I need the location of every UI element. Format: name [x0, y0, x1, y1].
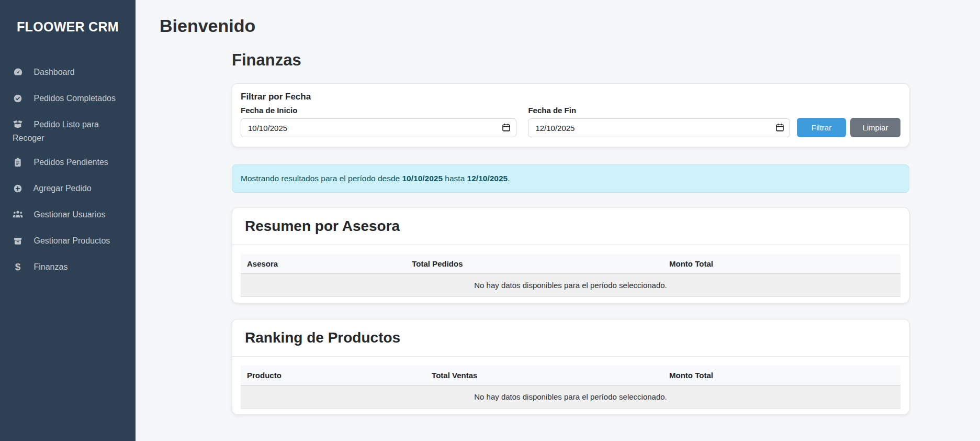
ranking-empty-message: No hay datos disponibles para el período…: [241, 385, 900, 409]
end-date-input[interactable]: [528, 118, 790, 137]
filter-button[interactable]: Filtrar: [797, 118, 846, 137]
summary-table: Asesora Total Pedidos Monto Total No hay…: [241, 254, 900, 297]
clipboard-icon: [13, 158, 23, 170]
users-icon: [13, 209, 23, 223]
summary-empty-message: No hay datos disponibles para el período…: [241, 274, 900, 297]
calendar-icon[interactable]: [775, 123, 784, 132]
speedometer-icon: [13, 67, 23, 80]
sidebar-item-label: Pedido Listo para Recoger: [13, 120, 99, 142]
sidebar-item-agregar-pedido[interactable]: Agregar Pedido: [0, 177, 136, 203]
sidebar-item-finanzas[interactable]: $ Finanzas: [0, 255, 136, 279]
sidebar-item-pedidos-pendientes[interactable]: Pedidos Pendientes: [0, 150, 136, 177]
sidebar-item-label: Gestionar Productos: [33, 236, 110, 245]
summary-table-header-row: Asesora Total Pedidos Monto Total: [241, 254, 900, 274]
alert-text: Mostrando resultados para el período des…: [241, 174, 402, 183]
sidebar-item-label: Agregar Pedido: [33, 184, 92, 193]
summary-card-body: Asesora Total Pedidos Monto Total No hay…: [232, 245, 909, 303]
filter-title: Filtrar por Fecha: [241, 92, 900, 102]
page-title: Bienvenido: [160, 16, 980, 36]
check-circle-icon: [13, 94, 23, 106]
column-header-monto-total: Monto Total: [663, 254, 900, 274]
app-brand: FLOOWER CRM: [0, 0, 136, 35]
start-date-field: Fecha de Inicio: [241, 106, 516, 137]
summary-title: Resumen por Asesora: [245, 218, 896, 235]
open-box-icon: [13, 119, 23, 133]
sidebar-item-pedido-listo[interactable]: Pedido Listo para Recoger: [0, 113, 136, 150]
sidebar: FLOOWER CRM Dashboard Pedidos Completado…: [0, 0, 136, 441]
summary-card: Resumen por Asesora Asesora Total Pedido…: [232, 207, 909, 303]
date-filter-card: Filtrar por Fecha Fecha de Inicio Fecha …: [232, 83, 909, 147]
start-date-label: Fecha de Inicio: [241, 106, 516, 115]
finanzas-section: Finanzas Filtrar por Fecha Fecha de Inic…: [232, 51, 909, 415]
sidebar-item-label: Pedidos Completados: [33, 94, 116, 103]
alert-end-date: 12/10/2025: [467, 174, 508, 183]
column-header-producto: Producto: [241, 366, 425, 385]
main-content: Bienvenido Finanzas Filtrar por Fecha Fe…: [136, 0, 980, 415]
alert-start-date: 10/10/2025: [402, 174, 443, 183]
summary-empty-row: No hay datos disponibles para el período…: [241, 274, 900, 297]
sidebar-item-label: Finanzas: [33, 262, 67, 271]
column-header-asesora: Asesora: [241, 254, 405, 274]
box-icon: [13, 236, 23, 249]
ranking-card: Ranking de Productos Producto Total Vent…: [232, 319, 909, 415]
sidebar-nav: Dashboard Pedidos Completados Pedido Lis…: [0, 60, 136, 279]
ranking-title: Ranking de Productos: [245, 329, 896, 346]
calendar-icon[interactable]: [502, 123, 511, 132]
sidebar-item-label: Dashboard: [33, 68, 74, 76]
summary-card-header: Resumen por Asesora: [232, 208, 909, 245]
sidebar-item-dashboard[interactable]: Dashboard: [0, 60, 136, 86]
sidebar-item-gestionar-productos[interactable]: Gestionar Productos: [0, 229, 136, 255]
sidebar-item-gestionar-usuarios[interactable]: Gestionar Usuarios: [0, 203, 136, 229]
sidebar-item-label: Pedidos Pendientes: [33, 158, 108, 167]
ranking-empty-row: No hay datos disponibles para el período…: [241, 385, 900, 409]
alert-text: hasta: [443, 174, 467, 183]
ranking-card-body: Producto Total Ventas Monto Total No hay…: [232, 357, 909, 414]
ranking-table: Producto Total Ventas Monto Total No hay…: [241, 366, 900, 409]
column-header-total-pedidos: Total Pedidos: [405, 254, 663, 274]
plus-circle-icon: [13, 184, 23, 196]
results-period-alert: Mostrando resultados para el período des…: [232, 164, 909, 193]
end-date-field: Fecha de Fin: [528, 106, 790, 137]
ranking-card-header: Ranking de Productos: [232, 319, 909, 357]
column-header-monto-total: Monto Total: [663, 366, 900, 385]
column-header-total-ventas: Total Ventas: [425, 366, 663, 385]
start-date-input[interactable]: [241, 118, 516, 137]
section-title: Finanzas: [232, 51, 909, 70]
filter-row: Fecha de Inicio Fecha de Fin Filtrar Lim…: [241, 106, 900, 137]
sidebar-item-pedidos-completados[interactable]: Pedidos Completados: [0, 86, 136, 113]
ranking-table-header-row: Producto Total Ventas Monto Total: [241, 366, 900, 385]
dollar-icon: $: [13, 261, 23, 273]
end-date-label: Fecha de Fin: [528, 106, 790, 115]
sidebar-item-label: Gestionar Usuarios: [33, 210, 105, 219]
clear-button[interactable]: Limpiar: [850, 118, 900, 137]
alert-text: .: [508, 174, 510, 183]
